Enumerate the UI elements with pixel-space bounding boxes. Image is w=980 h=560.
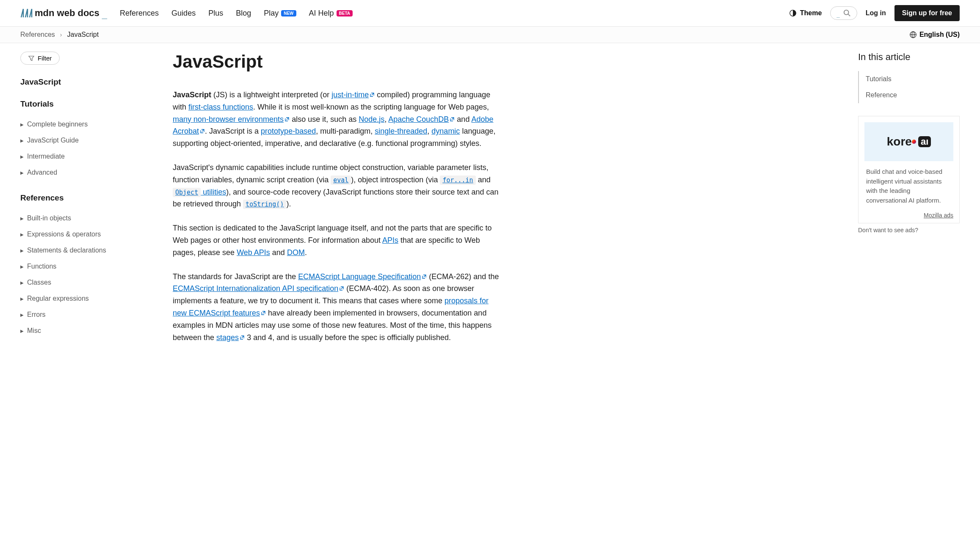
theme-icon: [789, 9, 797, 17]
sidebar-item-label: Classes: [27, 279, 51, 286]
ecma-spec-link[interactable]: ECMAScript Language Specification: [298, 272, 427, 281]
external-link-icon: [339, 286, 344, 291]
nav-references[interactable]: References: [120, 9, 159, 18]
external-link-icon: [284, 117, 290, 122]
page-title: JavaScript: [173, 52, 503, 72]
first-class-link[interactable]: first-class functions: [188, 103, 253, 111]
chevron-right-icon: ›: [60, 31, 62, 38]
sidebar-item-label: Misc: [27, 327, 41, 335]
intro-para-3: This section is dedicated to the JavaScr…: [173, 222, 503, 258]
nav-ai-help[interactable]: AI HelpBETA: [309, 9, 353, 18]
language-button[interactable]: English (US): [909, 31, 960, 38]
object-util-link[interactable]: Object utilities: [173, 188, 226, 196]
sidebar-item-label: Intermediate: [27, 153, 65, 160]
triangle-right-icon: ▶: [20, 329, 24, 333]
sidebar-item-label: Errors: [27, 311, 46, 318]
triangle-right-icon: ▶: [20, 264, 24, 269]
breadcrumb-references[interactable]: References: [20, 31, 55, 38]
ad-optout-link[interactable]: Don't want to see ads?: [858, 227, 918, 233]
nav-guides[interactable]: Guides: [171, 9, 196, 18]
external-link-icon: [450, 117, 455, 122]
sidebar-item[interactable]: ▶Built-in objects: [20, 210, 156, 226]
new-badge: NEW: [281, 10, 296, 16]
sidebar-item-label: Statements & declarations: [27, 247, 106, 254]
stages-link[interactable]: stages: [216, 333, 245, 342]
eval-link[interactable]: eval: [331, 176, 351, 184]
sidebar-item[interactable]: ▶Functions: [20, 258, 156, 275]
external-link-icon: [200, 129, 205, 134]
intro-para-4: The standards for JavaScript are the ECM…: [173, 271, 503, 344]
sidebar-item-label: Functions: [27, 263, 56, 270]
prototype-link[interactable]: prototype-based: [261, 127, 316, 135]
webapis-link[interactable]: Web APIs: [237, 248, 270, 257]
filter-icon: [28, 55, 34, 61]
breadcrumb: References › JavaScript: [20, 31, 99, 38]
sidebar-item[interactable]: ▶Complete beginners: [20, 116, 156, 132]
sidebar-item[interactable]: ▶Advanced: [20, 165, 156, 181]
search-icon: [843, 9, 851, 17]
sidebar-item[interactable]: ▶Intermediate: [20, 148, 156, 165]
sidebar-item-label: Complete beginners: [27, 121, 88, 128]
nav-blog[interactable]: Blog: [236, 9, 251, 18]
triangle-right-icon: ▶: [20, 154, 24, 159]
dom-link[interactable]: DOM: [287, 248, 305, 257]
toc-item[interactable]: Reference: [866, 87, 960, 103]
beta-badge: BETA: [337, 10, 353, 16]
nav-play[interactable]: PlayNEW: [264, 9, 296, 18]
sidebar-references-heading: References: [20, 193, 156, 203]
triangle-right-icon: ▶: [20, 313, 24, 317]
toc-heading: In this article: [858, 52, 960, 63]
sidebar-item-label: Advanced: [27, 169, 57, 176]
sidebar-item[interactable]: ▶Classes: [20, 275, 156, 291]
triangle-right-icon: ▶: [20, 216, 24, 221]
sidebar-item-label: Regular expressions: [27, 295, 89, 302]
triangle-right-icon: ▶: [20, 170, 24, 175]
nonbrowser-link[interactable]: many non-browser environments: [173, 115, 290, 124]
login-link[interactable]: Log in: [866, 9, 886, 17]
logo-text: mdn web docs: [35, 8, 99, 19]
intro-para-1: JavaScript (JS) is a lightweight interpr…: [173, 89, 503, 150]
nodejs-link[interactable]: Node.js: [359, 115, 384, 124]
sidebar-item-label: Expressions & operators: [27, 231, 101, 238]
couchdb-link[interactable]: Apache CouchDB: [388, 115, 455, 124]
sidebar-item-label: Built-in objects: [27, 214, 71, 222]
singlethread-link[interactable]: single-threaded: [375, 127, 427, 135]
ad-attribution-link[interactable]: Mozilla ads: [924, 212, 953, 219]
sidebar-item[interactable]: ▶Errors: [20, 307, 156, 323]
signup-button[interactable]: Sign up for free: [894, 5, 960, 21]
sidebar-item[interactable]: ▶Misc: [20, 323, 156, 339]
dynamic-link[interactable]: dynamic: [431, 127, 460, 135]
nav-plus[interactable]: Plus: [208, 9, 223, 18]
sidebar-tutorials-heading: Tutorials: [20, 99, 156, 109]
ad-box[interactable]: koreaı Build chat and voice-based intell…: [858, 116, 960, 223]
triangle-right-icon: ▶: [20, 280, 24, 285]
triangle-right-icon: ▶: [20, 248, 24, 253]
logo-underscore: _: [102, 9, 107, 20]
sidebar-item[interactable]: ▶Regular expressions: [20, 291, 156, 307]
breadcrumb-current: JavaScript: [67, 31, 99, 38]
sidebar-title: JavaScript: [20, 77, 156, 87]
mdn-logo[interactable]: mdn web docs_: [20, 8, 107, 19]
forin-link[interactable]: for...in: [440, 176, 475, 184]
sidebar-item-label: JavaScript Guide: [27, 137, 79, 144]
external-link-icon: [422, 274, 427, 279]
filter-button[interactable]: Filter: [20, 52, 60, 65]
jit-link[interactable]: just-in-time: [331, 91, 375, 99]
toc-item[interactable]: Tutorials: [866, 71, 960, 87]
ecma-intl-link[interactable]: ECMAScript Internationalization API spec…: [173, 284, 344, 293]
sidebar-item[interactable]: ▶Statements & declarations: [20, 242, 156, 258]
triangle-right-icon: ▶: [20, 232, 24, 237]
search-underscore: _: [836, 12, 839, 18]
ad-text: Build chat and voice-based intelligent v…: [859, 167, 959, 209]
tostring-link[interactable]: toString(): [243, 200, 286, 208]
sidebar-item[interactable]: ▶JavaScript Guide: [20, 132, 156, 148]
sidebar-item[interactable]: ▶Expressions & operators: [20, 226, 156, 242]
triangle-right-icon: ▶: [20, 138, 24, 143]
apis-link[interactable]: APIs: [382, 236, 398, 244]
svg-point-1: [844, 10, 849, 15]
search-button[interactable]: _: [830, 6, 857, 20]
external-link-icon: [261, 310, 266, 316]
ad-image: koreaı: [864, 122, 953, 161]
theme-button[interactable]: Theme: [789, 9, 822, 17]
external-link-icon: [370, 92, 375, 97]
